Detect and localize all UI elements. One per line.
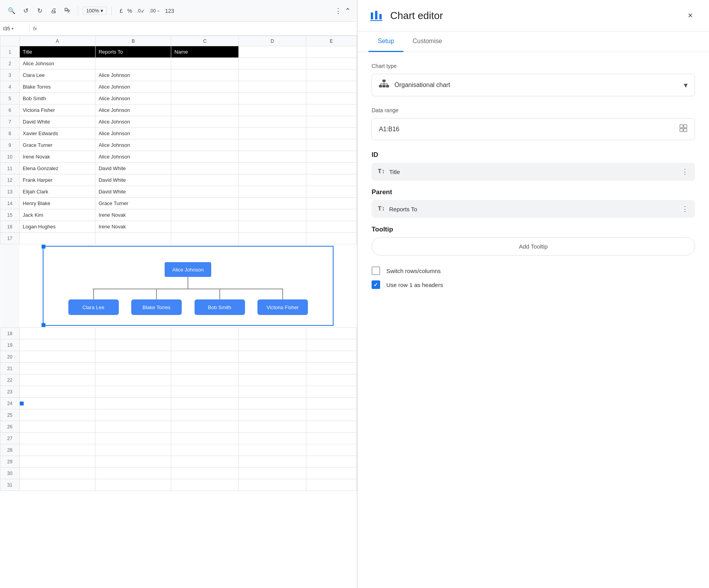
cell-d9[interactable]	[239, 139, 306, 151]
cell-a10[interactable]: Irene Novak	[19, 151, 95, 163]
cell-e5[interactable]	[306, 93, 356, 104]
cell-e2[interactable]	[306, 58, 356, 70]
empty-cell[interactable]	[171, 339, 239, 351]
cell-d2[interactable]	[239, 58, 306, 70]
empty-cell[interactable]	[239, 328, 306, 339]
empty-cell[interactable]	[95, 363, 171, 374]
collapse-toolbar-icon[interactable]: ⌃	[345, 7, 351, 15]
cell-b16[interactable]: Irene Novak	[95, 221, 171, 233]
switch-rows-checkbox[interactable]	[372, 266, 380, 275]
search-icon[interactable]: 🔍	[6, 5, 17, 16]
empty-cell[interactable]	[95, 398, 171, 409]
empty-cell[interactable]	[95, 444, 171, 456]
chart-embed-cell[interactable]: Alice Johnson Clara Lee Blake Torres	[19, 244, 356, 328]
cell-d4[interactable]	[239, 81, 306, 93]
resize-handle-bl[interactable]	[42, 323, 45, 327]
cell-a17[interactable]	[19, 233, 95, 244]
cell-c7[interactable]	[171, 116, 239, 128]
col-header-c[interactable]: C	[171, 36, 239, 46]
col-header-d[interactable]: D	[239, 36, 306, 46]
cell-e3[interactable]	[306, 70, 356, 81]
empty-cell[interactable]	[239, 421, 306, 433]
cell-a5[interactable]: Bob Smith	[19, 93, 95, 104]
cell-e1[interactable]	[306, 46, 356, 58]
empty-cell[interactable]	[239, 363, 306, 374]
empty-cell[interactable]	[95, 421, 171, 433]
cell-e10[interactable]	[306, 151, 356, 163]
col-header-a[interactable]: A	[19, 36, 95, 46]
empty-cell[interactable]	[95, 409, 171, 421]
empty-cell[interactable]	[171, 328, 239, 339]
empty-cell[interactable]	[239, 468, 306, 479]
cell-a13[interactable]: Elijah Clark	[19, 186, 95, 198]
cell-b10[interactable]: Alice Johnson	[95, 151, 171, 163]
col-header-e[interactable]: E	[306, 36, 356, 46]
cell-b8[interactable]: Alice Johnson	[95, 128, 171, 139]
col-header-b[interactable]: B	[95, 36, 171, 46]
use-row-headers-checkbox[interactable]	[372, 280, 380, 289]
empty-cell[interactable]	[306, 339, 356, 351]
empty-cell[interactable]	[95, 479, 171, 491]
decrease-decimal-icon[interactable]: .0↙	[137, 8, 145, 14]
empty-cell[interactable]	[95, 339, 171, 351]
empty-cell[interactable]	[171, 374, 239, 386]
cell-a15[interactable]: Jack Kim	[19, 209, 95, 221]
cell-ref-dropdown-icon[interactable]: ▾	[12, 26, 14, 31]
id-field-more-icon[interactable]: ⋮	[681, 167, 689, 176]
cell-c6[interactable]	[171, 104, 239, 116]
cell-a16[interactable]: Logan Hughes	[19, 221, 95, 233]
undo-icon[interactable]: ↺	[20, 5, 31, 16]
cell-c17[interactable]	[171, 233, 239, 244]
empty-cell[interactable]	[306, 374, 356, 386]
empty-cell[interactable]	[239, 351, 306, 363]
cell-e14[interactable]	[306, 198, 356, 209]
empty-cell[interactable]	[306, 363, 356, 374]
cell-a7[interactable]: David White	[19, 116, 95, 128]
empty-cell[interactable]	[239, 444, 306, 456]
cell-c3[interactable]	[171, 70, 239, 81]
cell-a2[interactable]: Alice Johnson	[19, 58, 95, 70]
cell-c12[interactable]	[171, 174, 239, 186]
tab-setup[interactable]: Setup	[368, 31, 403, 52]
empty-cell[interactable]	[19, 398, 95, 409]
empty-cell[interactable]	[95, 351, 171, 363]
empty-cell[interactable]	[171, 351, 239, 363]
empty-cell[interactable]	[171, 433, 239, 444]
empty-cell[interactable]	[306, 433, 356, 444]
cell-c5[interactable]	[171, 93, 239, 104]
empty-cell[interactable]	[95, 386, 171, 398]
cell-b7[interactable]: Alice Johnson	[95, 116, 171, 128]
empty-cell[interactable]	[306, 479, 356, 491]
cell-d7[interactable]	[239, 116, 306, 128]
cell-e9[interactable]	[306, 139, 356, 151]
cell-e16[interactable]	[306, 221, 356, 233]
resize-handle-tl[interactable]	[42, 245, 45, 249]
data-range-grid-icon[interactable]	[679, 124, 688, 134]
cell-c4[interactable]	[171, 81, 239, 93]
cell-a1[interactable]: Title	[19, 46, 95, 58]
cell-d11[interactable]	[239, 163, 306, 174]
empty-cell[interactable]	[239, 409, 306, 421]
empty-cell[interactable]	[95, 433, 171, 444]
cell-c8[interactable]	[171, 128, 239, 139]
empty-cell[interactable]	[306, 398, 356, 409]
empty-cell[interactable]	[306, 386, 356, 398]
empty-cell[interactable]	[239, 456, 306, 468]
zoom-selector[interactable]: 100% ▾	[83, 7, 107, 15]
cell-a11[interactable]: Elena Gonzalez	[19, 163, 95, 174]
cell-c9[interactable]	[171, 139, 239, 151]
parent-field-more-icon[interactable]: ⋮	[681, 205, 689, 213]
empty-cell[interactable]	[306, 328, 356, 339]
cell-d13[interactable]	[239, 186, 306, 198]
cell-b2[interactable]	[95, 58, 171, 70]
cell-e11[interactable]	[306, 163, 356, 174]
empty-cell[interactable]	[239, 339, 306, 351]
empty-cell[interactable]	[306, 409, 356, 421]
cell-d12[interactable]	[239, 174, 306, 186]
cell-c2[interactable]	[171, 58, 239, 70]
empty-cell[interactable]	[19, 386, 95, 398]
empty-cell[interactable]	[171, 398, 239, 409]
empty-cell[interactable]	[19, 363, 95, 374]
cell-d15[interactable]	[239, 209, 306, 221]
cell-b17[interactable]	[95, 233, 171, 244]
